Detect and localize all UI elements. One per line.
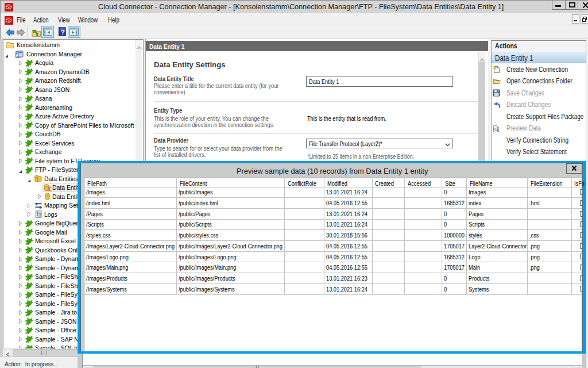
svg-text:?: ? xyxy=(61,29,65,36)
svg-text:?: ? xyxy=(38,212,41,218)
